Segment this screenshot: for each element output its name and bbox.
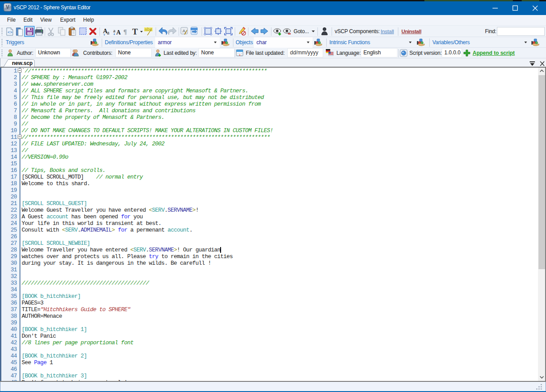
svg-text:a: a [107,30,110,36]
svg-text:T: T [132,27,138,36]
svg-text:A: A [116,29,121,36]
svg-text:<>: <> [8,30,12,35]
svg-text:¶: ¶ [123,28,127,35]
svg-text:A: A [183,29,185,33]
svg-text:a: a [113,28,115,33]
